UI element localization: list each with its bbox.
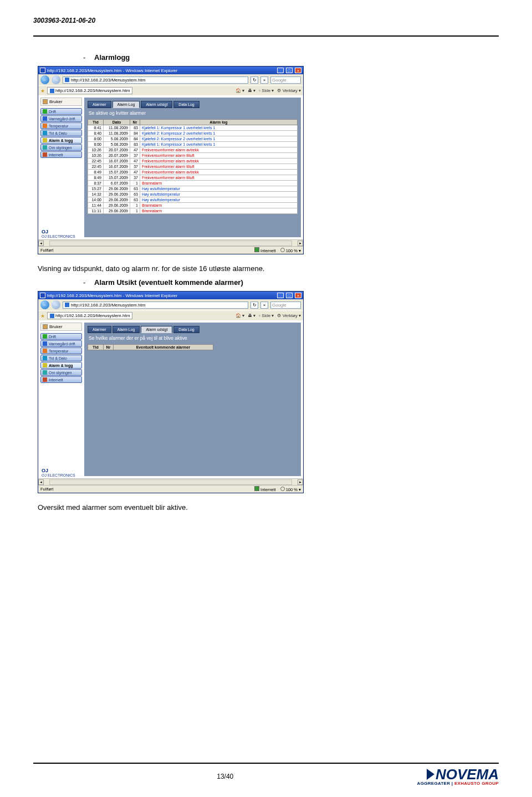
refresh-button[interactable]: ↻ — [250, 76, 258, 84]
scroll-right-icon[interactable]: ► — [298, 241, 303, 246]
panel-tab[interactable]: Alarm Log — [112, 326, 140, 333]
table-header: Tid — [88, 120, 104, 125]
sidebar-item[interactable]: Temperatur — [40, 122, 82, 129]
nav-icon — [43, 349, 47, 353]
table-cell: 20.07.2009 — [104, 153, 130, 159]
nav-icon — [43, 131, 47, 135]
sidebar-item[interactable]: Tid & Dato — [40, 130, 82, 136]
zoom-icon — [280, 487, 285, 491]
scroll-left-icon[interactable]: ◄ — [38, 241, 44, 246]
zoom-level[interactable]: 100 % ▾ — [280, 248, 301, 253]
sidebar-item[interactable]: Varmegård drift — [40, 340, 82, 347]
address-input[interactable]: http://192.168.2.203/Menusystem.htm — [63, 76, 248, 84]
maximize-button[interactable]: □ — [286, 293, 293, 298]
table-cell: Frekvensomformer alarm tilluft — [140, 175, 298, 181]
minimize-button[interactable]: _ — [277, 68, 284, 73]
table-cell: 8:00 — [88, 136, 104, 142]
sidebar-item[interactable]: Alarm & logg — [40, 137, 82, 144]
nav-icon — [43, 138, 47, 142]
table-cell: 29.06.2009 — [104, 208, 130, 214]
table-row: 11:4429.06.20091Brannalarm — [88, 203, 298, 208]
maximize-button[interactable]: □ — [286, 68, 293, 73]
page-menu[interactable]: ▫ Side ▾ — [259, 88, 274, 93]
back-button[interactable]: ← — [40, 75, 49, 84]
table-cell: Høy avluftstemperatur — [140, 192, 298, 197]
table-cell: 15:27 — [88, 186, 104, 192]
sidebar-item[interactable]: Tid & Dato — [40, 355, 82, 361]
nav-icon — [43, 377, 47, 382]
favorites-icon[interactable]: ★ — [40, 313, 45, 319]
panel-tab[interactable]: Alarm Log — [112, 101, 140, 108]
panel-subtitle: Se aktive og kvitter alarmer — [89, 110, 298, 116]
scroll-track[interactable] — [49, 479, 292, 485]
close-button[interactable]: × — [295, 293, 301, 298]
minimize-button[interactable]: _ — [277, 293, 284, 298]
home-icon[interactable]: 🏠 ▾ — [236, 88, 244, 93]
favicon-icon — [65, 78, 69, 82]
scroll-right-icon[interactable]: ► — [298, 479, 303, 485]
sidebar-item[interactable]: Om styringen — [40, 369, 82, 376]
stop-button[interactable]: × — [260, 302, 268, 309]
window-title: http://192.168.2.203/Menusystem.htm - Wi… — [47, 293, 276, 298]
favorites-icon[interactable]: ★ — [40, 88, 45, 94]
close-button[interactable]: × — [295, 68, 301, 73]
stop-button[interactable]: × — [260, 76, 268, 84]
window-buttons: _ □ × — [276, 293, 301, 298]
address-bar-row: ← → http://192.168.2.203/Menusystem.htm … — [38, 299, 303, 310]
sidebar-item[interactable]: Varmegård drift — [40, 115, 82, 122]
home-icon[interactable]: 🏠 ▾ — [236, 313, 244, 318]
scroll-left-icon[interactable]: ◄ — [38, 479, 44, 485]
nav-label: Alarm & logg — [49, 364, 73, 367]
table-row: 8:005.08.200984Kjølefeil 2: Kompressor 2… — [88, 136, 298, 142]
scroll-track[interactable] — [49, 241, 292, 246]
address-input[interactable]: http://192.168.2.203/Menusystem.htm — [63, 302, 248, 309]
table-cell: 10:26 — [88, 147, 104, 153]
sidebar-item[interactable]: Om styringen — [40, 144, 82, 151]
panel-tab[interactable]: Alarm udsigt — [141, 326, 172, 333]
sidebar-item[interactable]: Drift — [40, 333, 82, 340]
sidebar-item[interactable]: Internett — [40, 151, 82, 158]
sidebar-item[interactable]: Temperatur — [40, 348, 82, 354]
table-header: Nr — [130, 120, 140, 125]
table-cell: 5.08.2009 — [104, 142, 130, 147]
panel-tab[interactable]: Alarmer — [88, 326, 111, 333]
panel-tab[interactable]: Alarm udsigt — [141, 101, 172, 108]
panel-tab[interactable]: Data Log — [173, 326, 199, 333]
table-cell: Frekvensomformer alarm avtrekk — [140, 170, 298, 175]
browser-tab[interactable]: http://192.168.2.203/Menusystem.htm — [47, 87, 132, 94]
feeds-icon[interactable]: 🖶 ▾ — [248, 313, 255, 318]
search-input[interactable]: Google — [270, 76, 301, 84]
horizontal-scrollbar[interactable]: ◄ ► — [38, 478, 303, 485]
horizontal-scrollbar[interactable]: ◄ ► — [38, 239, 303, 246]
sidebar-item[interactable]: Internett — [40, 376, 82, 383]
panel-tabs: AlarmerAlarm LogAlarm udsigtData Log — [88, 101, 298, 108]
tools-menu[interactable]: ⚙ Verktøy ▾ — [277, 88, 301, 93]
refresh-button[interactable]: ↻ — [250, 302, 258, 309]
table-cell: Brannalarm — [140, 203, 298, 208]
table-cell: 63 — [130, 186, 140, 192]
table-cell: 11.08.2009 — [104, 125, 130, 131]
page-menu[interactable]: ▫ Side ▾ — [259, 313, 274, 318]
tab-label: http://192.168.2.203/Menusystem.htm — [55, 313, 130, 318]
globe-icon — [254, 247, 259, 252]
sidebar-item[interactable]: Alarm & logg — [40, 362, 82, 369]
feeds-icon[interactable]: 🖶 ▾ — [248, 88, 255, 93]
back-button[interactable]: ← — [40, 300, 49, 309]
panel-tab[interactable]: Data Log — [173, 101, 199, 108]
tools-menu[interactable]: ⚙ Verktøy ▾ — [277, 313, 301, 318]
table-cell: 84 — [130, 131, 140, 136]
address-bar-row: ← → http://192.168.2.203/Menusystem.htm … — [38, 74, 303, 85]
main-panel: AlarmerAlarm LogAlarm udsigtData Log Se … — [84, 98, 301, 237]
table-cell: 10:26 — [88, 153, 104, 159]
panel-tab[interactable]: Alarmer — [88, 101, 111, 108]
zoom-level[interactable]: 100 % ▾ — [280, 487, 301, 492]
browser-tab[interactable]: http://192.168.2.203/Menusystem.htm — [47, 312, 132, 319]
forward-button[interactable]: → — [52, 75, 60, 84]
forward-button[interactable]: → — [52, 300, 60, 309]
sidebar-item[interactable]: Drift — [40, 108, 82, 115]
search-input[interactable]: Google — [270, 302, 301, 309]
table-cell: Brannalarm — [140, 208, 298, 214]
nav-icon — [43, 116, 47, 121]
table-cell: 5.08.2009 — [104, 136, 130, 142]
tab-favicon-icon — [50, 314, 54, 318]
